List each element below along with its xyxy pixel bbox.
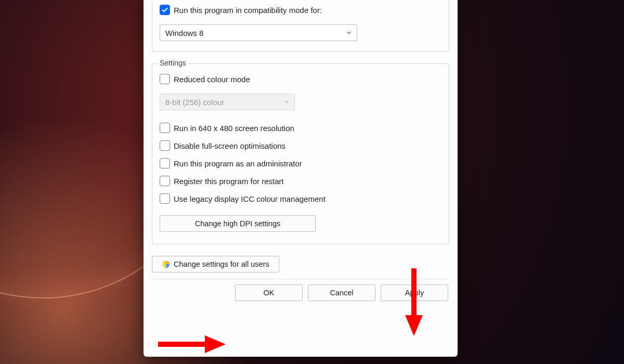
register-restart-label: Register this program for restart [174,177,284,186]
disable-fullscreen-checkbox[interactable] [160,140,170,151]
run-640x480-label: Run in 640 x 480 screen resolution [174,124,294,133]
reduced-colour-select-value: 8-bit (256) colour [165,98,224,107]
compat-mode-select-value: Windows 8 [165,29,203,37]
ok-label: OK [264,289,275,297]
chevron-down-icon [284,99,289,105]
apply-button[interactable]: Apply [381,284,448,301]
disable-fullscreen-label: Disable full-screen optimisations [174,141,285,150]
change-all-users-label: Change settings for all users [174,260,269,268]
legacy-icc-label: Use legacy display ICC colour management [174,194,326,203]
apply-label: Apply [405,289,424,297]
compat-mode-checkbox[interactable] [160,5,170,15]
properties-dialog: Compatibility mode Run this program in c… [144,0,458,357]
settings-group: Settings Reduced colour mode 8-bit (256)… [152,63,449,244]
reduced-colour-label: Reduced colour mode [174,75,250,84]
cancel-label: Cancel [330,289,353,297]
change-dpi-button[interactable]: Change high DPI settings [160,215,316,232]
shield-icon [162,260,171,269]
legacy-icc-checkbox[interactable] [160,193,170,204]
checkmark-icon [161,6,168,14]
ok-button[interactable]: OK [235,284,303,301]
dialog-footer: OK Cancel Apply [152,279,449,308]
chevron-down-icon [346,30,352,35]
run-as-admin-checkbox[interactable] [160,158,170,168]
settings-legend: Settings [158,59,188,67]
change-all-users-button[interactable]: Change settings for all users [152,256,279,272]
run-640x480-checkbox[interactable] [160,123,170,133]
compatibility-mode-group: Compatibility mode Run this program in c… [152,0,449,52]
reduced-colour-checkbox[interactable] [160,74,170,84]
cancel-button[interactable]: Cancel [308,284,375,301]
register-restart-checkbox[interactable] [160,176,170,186]
compat-mode-label: Run this program in compatibility mode f… [174,6,322,15]
reduced-colour-select: 8-bit (256) colour [160,94,295,110]
compat-mode-select[interactable]: Windows 8 [160,24,357,41]
change-dpi-label: Change high DPI settings [195,219,280,228]
run-as-admin-label: Run this program as an administrator [174,159,302,168]
